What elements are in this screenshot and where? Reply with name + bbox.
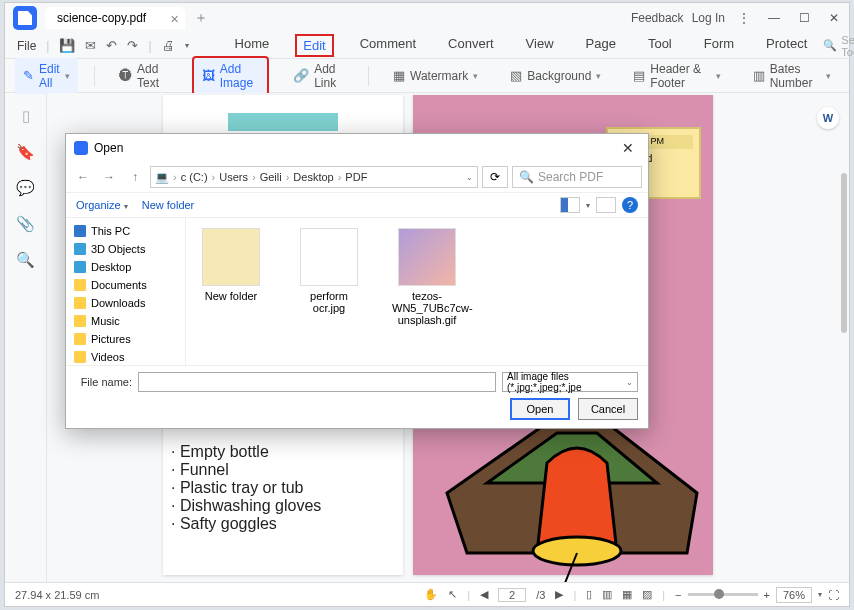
- file-name-input[interactable]: [138, 372, 496, 392]
- view-cover-icon[interactable]: ▨: [642, 588, 652, 601]
- feedback-link[interactable]: Feedback: [631, 11, 684, 25]
- left-panel: ▯ 🔖 💬 📎 🔍: [5, 93, 47, 582]
- bates-icon: ▥: [753, 68, 765, 83]
- bookmark-icon[interactable]: 🔖: [16, 143, 35, 161]
- file-list[interactable]: New folder perform ocr.jpg tezos-WN5_7UB…: [186, 218, 648, 365]
- cancel-button[interactable]: Cancel: [578, 398, 638, 420]
- add-image-button[interactable]: 🖼 Add Image: [192, 56, 269, 96]
- close-tab-icon[interactable]: ✕: [170, 13, 179, 26]
- crumb-dropdown-icon[interactable]: ⌄: [466, 173, 473, 182]
- print-icon[interactable]: 🖨: [162, 38, 175, 53]
- file-menu[interactable]: File: [17, 39, 36, 53]
- dialog-toolbar: Organize ▾ New folder ▾ ?: [66, 192, 648, 218]
- comments-icon[interactable]: 💬: [16, 179, 35, 197]
- file-name-label: File name:: [76, 376, 132, 388]
- word-export-icon[interactable]: W: [817, 107, 839, 129]
- breadcrumb[interactable]: 💻› c (C:)› Users› Geili› Desktop› PDF ⌄: [150, 166, 478, 188]
- edit-all-button[interactable]: ✎ Edit All ▾: [15, 58, 78, 94]
- pc-icon: 💻: [155, 171, 169, 184]
- open-dialog: Open ✕ ← → ↑ 💻› c (C:)› Users› Geili› De…: [65, 133, 649, 429]
- up-icon[interactable]: ↑: [124, 170, 146, 184]
- tab-title: science-copy.pdf: [57, 11, 146, 25]
- search-panel-icon[interactable]: 🔍: [16, 251, 35, 269]
- file-item[interactable]: tezos-WN5_7UBc7cw-unsplash.gif: [392, 228, 462, 355]
- redo-icon[interactable]: ↷: [127, 38, 138, 53]
- svg-point-0: [533, 537, 621, 565]
- login-link[interactable]: Log In: [692, 11, 725, 25]
- add-tab-button[interactable]: ＋: [191, 9, 211, 27]
- prev-page-icon[interactable]: ◀: [480, 588, 488, 601]
- tab-form[interactable]: Form: [698, 34, 740, 57]
- tree-documents[interactable]: Documents: [68, 276, 183, 294]
- select-tool-icon[interactable]: ↖: [448, 588, 457, 601]
- menu-tabs: Home Edit Comment Convert View Page Tool…: [229, 34, 814, 57]
- tab-view[interactable]: View: [520, 34, 560, 57]
- app-icon: [13, 6, 37, 30]
- next-page-icon[interactable]: ▶: [555, 588, 563, 601]
- open-button[interactable]: Open: [510, 398, 570, 420]
- view-mode-button[interactable]: [560, 197, 580, 213]
- forward-icon[interactable]: →: [98, 170, 120, 184]
- add-text-button[interactable]: 🅣 Add Text: [111, 58, 176, 94]
- preview-pane-button[interactable]: [596, 197, 616, 213]
- close-window-icon[interactable]: ✕: [823, 7, 845, 29]
- view-continuous-icon[interactable]: ▥: [602, 588, 612, 601]
- tab-edit[interactable]: Edit: [295, 34, 333, 57]
- attachments-icon[interactable]: 📎: [16, 215, 35, 233]
- header-footer-button[interactable]: ▤ Header & Footer ▾: [625, 58, 728, 94]
- minimize-icon[interactable]: —: [763, 7, 785, 29]
- vertical-scrollbar[interactable]: [841, 173, 847, 333]
- search-glass-icon: 🔍: [519, 170, 534, 184]
- view-single-icon[interactable]: ▯: [586, 588, 592, 601]
- tree-pictures[interactable]: Pictures: [68, 330, 183, 348]
- thumbnails-icon[interactable]: ▯: [22, 107, 30, 125]
- search-tools-label[interactable]: Search Tools: [841, 34, 854, 58]
- page-input[interactable]: 2: [498, 588, 526, 602]
- dialog-close-icon[interactable]: ✕: [616, 140, 640, 156]
- help-icon[interactable]: ?: [622, 197, 638, 213]
- watermark-button[interactable]: ▦ Watermark ▾: [385, 64, 486, 87]
- tree-music[interactable]: Music: [68, 312, 183, 330]
- file-item[interactable]: perform ocr.jpg: [294, 228, 364, 355]
- hand-tool-icon[interactable]: ✋: [424, 588, 438, 601]
- tab-comment[interactable]: Comment: [354, 34, 422, 57]
- print-dropdown-icon[interactable]: ▾: [185, 41, 189, 50]
- undo-icon[interactable]: ↶: [106, 38, 117, 53]
- document-tab[interactable]: science-copy.pdf ✕: [45, 7, 185, 29]
- file-item[interactable]: New folder: [196, 228, 266, 355]
- tab-page[interactable]: Page: [580, 34, 622, 57]
- maximize-icon[interactable]: ☐: [793, 7, 815, 29]
- dialog-titlebar: Open ✕: [66, 134, 648, 162]
- zoom-slider[interactable]: [688, 593, 758, 596]
- edit-icon: ✎: [23, 68, 34, 83]
- tree-desktop[interactable]: Desktop: [68, 258, 183, 276]
- tab-home[interactable]: Home: [229, 34, 276, 57]
- refresh-icon[interactable]: ⟳: [482, 166, 508, 188]
- tree-this-pc[interactable]: This PC: [68, 222, 183, 240]
- tree-3d-objects[interactable]: 3D Objects: [68, 240, 183, 258]
- background-button[interactable]: ▧ Background ▾: [502, 64, 609, 87]
- organize-button[interactable]: Organize ▾: [76, 199, 128, 211]
- back-icon[interactable]: ←: [72, 170, 94, 184]
- add-link-button[interactable]: 🔗 Add Link: [285, 58, 352, 94]
- tree-videos[interactable]: Videos: [68, 348, 183, 365]
- zoom-in-icon[interactable]: +: [764, 589, 770, 601]
- kebab-icon[interactable]: ⋮: [733, 7, 755, 29]
- dialog-title: Open: [94, 141, 123, 155]
- new-folder-button[interactable]: New folder: [142, 199, 195, 211]
- file-type-filter[interactable]: All image files (*.jpg;*.jpeg;*.jpe ⌄: [502, 372, 638, 392]
- save-icon[interactable]: 💾: [59, 38, 75, 53]
- zoom-out-icon[interactable]: −: [675, 589, 681, 601]
- page-total: /3: [536, 589, 545, 601]
- zoom-value[interactable]: 76%: [776, 587, 812, 603]
- dialog-search[interactable]: 🔍 Search PDF: [512, 166, 642, 188]
- mail-icon[interactable]: ✉: [85, 38, 96, 53]
- tab-tool[interactable]: Tool: [642, 34, 678, 57]
- folder-tree[interactable]: This PC 3D Objects Desktop Documents Dow…: [66, 218, 186, 365]
- tab-protect[interactable]: Protect: [760, 34, 813, 57]
- bates-number-button[interactable]: ▥ Bates Number ▾: [745, 58, 839, 94]
- tab-convert[interactable]: Convert: [442, 34, 500, 57]
- view-two-icon[interactable]: ▦: [622, 588, 632, 601]
- fullscreen-icon[interactable]: ⛶: [828, 589, 839, 601]
- tree-downloads[interactable]: Downloads: [68, 294, 183, 312]
